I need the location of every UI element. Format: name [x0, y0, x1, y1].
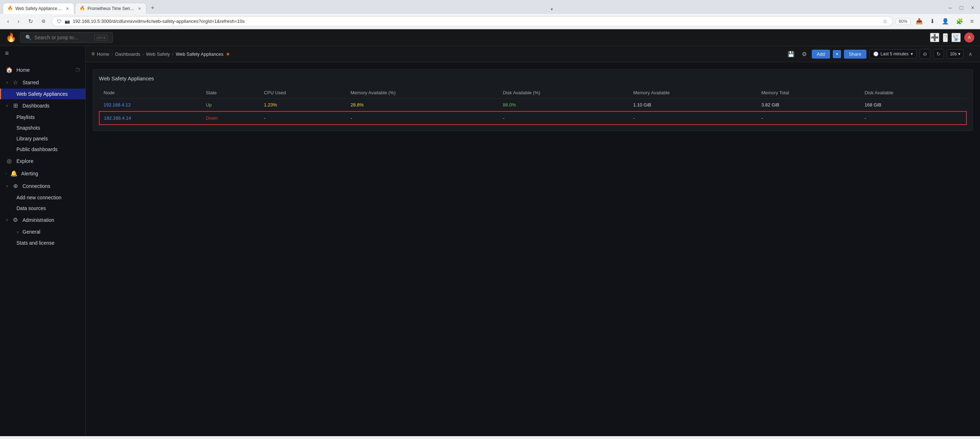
- dashboard-settings-button[interactable]: ⚙: [800, 49, 809, 59]
- bookmark-icon[interactable]: ☆: [883, 18, 888, 25]
- address-bar[interactable]: 🛡 📷 192.168.10.5:3000/d/cdlunnxvvdmv4c/w…: [51, 16, 893, 26]
- maximize-button[interactable]: □: [957, 3, 966, 13]
- disk-avail-2: -: [861, 111, 966, 125]
- sidebar-item-stats-license[interactable]: Stats and license: [0, 237, 85, 248]
- security-icon: 🛡: [57, 19, 62, 24]
- add-dropdown-button[interactable]: ▾: [833, 50, 841, 58]
- sidebar-alerting-toggle[interactable]: › 🔔 Alerting: [0, 167, 85, 180]
- search-icon: 🔍: [25, 35, 32, 40]
- refresh-browser-button[interactable]: ↻: [25, 16, 36, 26]
- sidebar-administration-toggle[interactable]: ∨ ⚙ Administration: [0, 214, 85, 226]
- new-tab-button[interactable]: +: [147, 2, 158, 14]
- sidebar-starred-children: Web Safety Appliances: [0, 89, 85, 99]
- hamburger-button[interactable]: ≡: [5, 50, 9, 57]
- library-panels-label: Library panels: [16, 136, 48, 142]
- app-header: 🔥 🔍 Search or jump to... ctrl+k ➕ ? 📡 A: [0, 29, 980, 46]
- sidebar-toggle-button[interactable]: ≡: [91, 51, 95, 57]
- add-button[interactable]: Add: [812, 50, 830, 59]
- zoom-level: 80%: [896, 18, 911, 25]
- browser-tabs: 🔥 Web Safety Appliances - Web S × 🔥 Prom…: [0, 0, 980, 14]
- col-header-node: Node: [99, 87, 201, 99]
- node-link-1[interactable]: 192.168.4.12: [103, 102, 131, 108]
- sidebar-nav: 🏠 Home ❐ ∨ ☆ Starred Web Safety Applianc…: [0, 61, 85, 436]
- close-browser-button[interactable]: ×: [968, 3, 977, 13]
- sidebar-item-explore[interactable]: ◎ Explore: [0, 155, 85, 167]
- starred-expand-icon: ∨: [6, 80, 8, 84]
- stats-license-label: Stats and license: [16, 240, 55, 246]
- administration-icon: ⚙: [12, 216, 19, 223]
- save-dashboard-button[interactable]: 💾: [785, 49, 797, 59]
- sidebar-item-web-safety-appliances[interactable]: Web Safety Appliances: [0, 89, 85, 99]
- refresh-interval-picker[interactable]: 10s ▾: [947, 49, 964, 59]
- mem-avail-pct-2: -: [347, 111, 499, 125]
- sidebar-item-library-panels[interactable]: Library panels: [0, 133, 85, 144]
- breadcrumb-sep-3: ›: [172, 51, 173, 57]
- table-row: 192.168.4.12 Up 1.23% 28.8% 86.0% 1.10 G…: [99, 99, 966, 112]
- general-label: General: [22, 229, 40, 235]
- menu-icon[interactable]: ≡: [968, 17, 976, 26]
- app-search-bar[interactable]: 🔍 Search or jump to... ctrl+k: [20, 32, 113, 43]
- mem-avail-2: -: [629, 111, 757, 125]
- download-icon[interactable]: ⬇: [928, 16, 937, 26]
- connections-expand-icon: ∨: [6, 184, 8, 188]
- breadcrumb-dashboards[interactable]: Dashboards: [115, 51, 140, 57]
- extensions-icon[interactable]: 🧩: [954, 16, 966, 26]
- browser-toolbar: ‹ › ↻ ⚙ 🛡 📷 192.168.10.5:3000/d/cdlunnxv…: [0, 14, 980, 29]
- pocket-icon[interactable]: 📥: [913, 16, 925, 26]
- tab-websafety-title: Web Safety Appliances - Web S: [15, 6, 63, 11]
- refresh-dashboard-button[interactable]: ↻: [933, 49, 944, 59]
- sidebar-item-add-new-connection[interactable]: Add new connection: [0, 192, 85, 203]
- sidebar-dashboards-toggle[interactable]: ∨ ⊞ Dashboards: [0, 99, 85, 112]
- playlists-label: Playlists: [16, 114, 35, 120]
- add-new-connection-label: Add new connection: [16, 195, 61, 200]
- time-range-picker[interactable]: 🕐 Last 5 minutes ▾: [869, 49, 917, 59]
- help-button[interactable]: ?: [943, 33, 948, 42]
- zoom-out-button[interactable]: ⊖: [920, 49, 931, 59]
- grafana-logo-icon: 🔥: [6, 32, 16, 43]
- grafana-app: 🔥 🔍 Search or jump to... ctrl+k ➕ ? 📡 A …: [0, 29, 980, 436]
- main-content: Web Safety Appliances Node State CPU Use…: [86, 62, 980, 436]
- add-panel-button[interactable]: ➕: [930, 33, 939, 42]
- tools-button[interactable]: ⚙: [38, 17, 49, 25]
- sidebar-connections-toggle[interactable]: ∨ ⊕ Connections: [0, 180, 85, 192]
- col-header-cpu: CPU Used: [259, 87, 347, 99]
- collapse-row-button[interactable]: ∧: [966, 50, 974, 58]
- panel-web-safety-appliances: Web Safety Appliances Node State CPU Use…: [93, 69, 973, 131]
- sidebar-item-data-sources[interactable]: Data sources: [0, 203, 85, 214]
- tab-close-websafety[interactable]: ×: [65, 5, 70, 12]
- col-header-mem-avail-pct: Memory Available (%): [347, 87, 499, 99]
- breadcrumb-home[interactable]: Home: [97, 51, 109, 57]
- sidebar-item-home[interactable]: 🏠 Home ❐: [0, 64, 85, 76]
- sidebar-dashboards-children: Playlists Snapshots Library panels Publi…: [0, 112, 85, 155]
- sidebar-home-label: Home: [16, 67, 72, 73]
- status-badge-down: Down: [206, 115, 218, 121]
- prometheus-favicon-icon: 🔥: [80, 6, 85, 11]
- node-link-2[interactable]: 192.168.4.14: [104, 115, 131, 121]
- browser-chrome: 🔥 Web Safety Appliances - Web S × 🔥 Prom…: [0, 0, 980, 29]
- tab-dropdown-button[interactable]: ▾: [549, 5, 555, 14]
- sidebar-item-playlists[interactable]: Playlists: [0, 112, 85, 122]
- share-button[interactable]: Share: [844, 50, 866, 59]
- alerting-expand-icon: ›: [6, 172, 7, 175]
- sidebar-general-toggle[interactable]: ∨ General: [0, 226, 85, 237]
- forward-button[interactable]: ›: [14, 17, 22, 26]
- news-icon[interactable]: 📡: [951, 33, 961, 42]
- minimize-button[interactable]: –: [946, 3, 955, 13]
- tab-prometheus[interactable]: 🔥 Prometheus Time Series Collec ×: [75, 3, 146, 14]
- sidebar-starred-toggle[interactable]: ∨ ☆ Starred: [0, 76, 85, 89]
- refresh-interval-value: 10s: [950, 51, 957, 56]
- appliances-table: Node State CPU Used Memory Available (%)…: [99, 87, 967, 125]
- sidebar-item-snapshots[interactable]: Snapshots: [0, 122, 85, 133]
- dashboards-expand-icon: ∨: [6, 103, 8, 108]
- tab-websafety[interactable]: 🔥 Web Safety Appliances - Web S ×: [3, 3, 74, 14]
- sidebar-administration-label: Administration: [22, 217, 80, 223]
- user-avatar[interactable]: A: [964, 32, 974, 43]
- sidebar-dashboards-label: Dashboards: [22, 103, 80, 108]
- time-range-label: Last 5 minutes: [881, 51, 908, 56]
- favorite-star-icon[interactable]: ★: [226, 51, 231, 57]
- profile-icon[interactable]: 👤: [940, 16, 951, 26]
- tab-close-prometheus[interactable]: ×: [137, 5, 142, 12]
- sidebar-item-public-dashboards[interactable]: Public dashboards: [0, 144, 85, 155]
- breadcrumb-websafety[interactable]: Web Safety: [146, 51, 170, 57]
- back-button[interactable]: ‹: [4, 17, 12, 26]
